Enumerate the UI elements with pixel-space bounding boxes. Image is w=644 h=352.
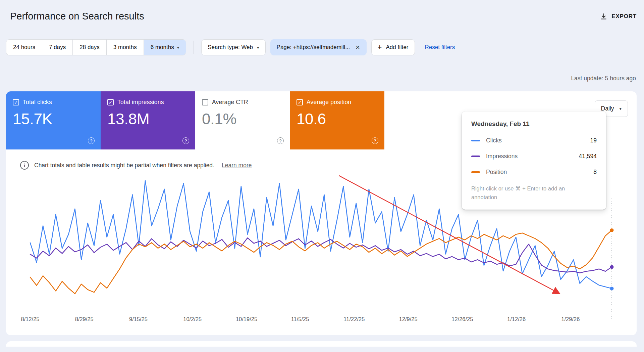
info-icon: i [20,161,29,170]
metric-value: 15.7K [13,110,94,128]
position-series-icon [471,171,480,173]
notice-text: Chart totals and table results might be … [34,162,214,169]
chevron-down-icon: ▾ [619,106,622,111]
metric-label: Total impressions [117,99,164,106]
tooltip-row-position: Position 8 [471,169,597,176]
plus-icon: + [378,44,382,51]
x-axis-label: 10/2/25 [183,316,202,322]
x-axis-labels: 8/12/258/29/259/15/2510/2/2510/19/2511/5… [30,316,612,324]
metric-value: 13.8M [107,110,189,128]
checkbox-unchecked-icon[interactable]: ✓ [202,99,208,105]
metric-tile-total-clicks[interactable]: ✓ Total clicks 15.7K ? [6,91,101,149]
range-7-days[interactable]: 7 days [42,40,72,55]
range-3-months[interactable]: 3 months [106,40,144,55]
x-axis-label: 12/9/25 [399,316,418,322]
page-title: Performance on Search results [10,11,144,22]
check-icon: ✓ [14,100,18,105]
metric-value: 0.1% [202,110,283,128]
metric-tile-total-impressions[interactable]: ✓ Total impressions 13.8M ? [101,91,195,149]
tooltip-row-clicks: Clicks 19 [471,137,597,144]
tile-head: ✓ Average CTR [202,99,283,106]
checkbox-checked-icon[interactable]: ✓ [297,99,303,105]
x-axis-label: 1/12/26 [507,316,526,322]
clicks-series-icon [471,140,480,141]
page-filter-chip[interactable]: Page: +https://selfmademill... ✕ [270,39,367,55]
page-filter-label: Page: +https://selfmademill... [277,44,350,51]
help-icon[interactable]: ? [372,137,378,144]
checkbox-checked-icon[interactable]: ✓ [13,99,19,105]
check-icon: ✓ [298,100,302,105]
export-label: EXPORT [611,13,637,20]
x-axis-label: 12/26/25 [451,316,473,322]
tile-head: ✓ Total clicks [13,99,94,106]
x-axis-label: 11/5/25 [291,316,309,322]
tile-head: ✓ Total impressions [107,99,189,106]
last-update: Last update: 5 hours ago [6,75,637,82]
chevron-down-icon: ▾ [177,45,179,50]
tile-head: ✓ Average position [297,99,378,106]
tooltip-hint: Right-click or use ⌘ + Enter to add an a… [471,184,582,202]
tooltip-row-impressions: Impressions 41,594 [471,153,597,160]
range-6-months-selected[interactable]: 6 months ▾ [144,40,186,55]
range-28-days[interactable]: 28 days [72,40,106,55]
add-filter-button[interactable]: + Add filter [371,39,415,55]
impressions-series-icon [471,156,480,157]
remove-page-filter-icon[interactable]: ✕ [354,43,361,52]
tooltip-label: Position [486,169,507,176]
date-range-selector: 24 hours 7 days 28 days 3 months 6 month… [6,39,186,55]
tooltip-value: 8 [593,169,597,176]
search-type-label: Search type: Web [208,44,253,51]
tooltip-date: Wednesday, Feb 11 [471,120,597,128]
x-axis-label: 8/12/25 [21,316,39,322]
export-button[interactable]: EXPORT [600,13,637,20]
granularity-label: Daily [601,105,614,112]
x-axis-label: 11/22/25 [343,316,365,322]
add-filter-label: Add filter [386,44,408,51]
filter-bar: 24 hours 7 days 28 days 3 months 6 month… [6,39,637,55]
metric-value: 10.6 [297,110,378,128]
check-icon: ✓ [109,100,113,105]
help-icon[interactable]: ? [182,137,189,144]
range-24-hours[interactable]: 24 hours [6,40,42,55]
chevron-down-icon: ▾ [257,45,259,50]
tooltip-label: Clicks [486,137,502,144]
search-type-filter[interactable]: Search type: Web ▾ [201,39,265,55]
download-icon [600,13,607,20]
top-bar: Performance on Search results EXPORT [6,11,637,22]
next-card-edge [6,341,637,347]
metric-tile-average-ctr[interactable]: ✓ Average CTR 0.1% ? [195,91,290,149]
metric-label: Total clicks [23,99,52,106]
help-icon[interactable]: ? [277,137,284,144]
reset-filters-link[interactable]: Reset filters [425,44,455,51]
x-axis-label: 1/29/26 [561,316,580,322]
x-axis-label: 8/29/25 [75,316,94,322]
report-card: ✓ Total clicks 15.7K ? ✓ Total impressio… [6,91,637,335]
tooltip-value: 19 [590,137,597,144]
checkbox-checked-icon[interactable]: ✓ [107,99,114,105]
learn-more-link[interactable]: Learn more [222,162,252,169]
metric-label: Average position [307,99,351,106]
help-icon[interactable]: ? [88,137,95,144]
x-axis-label: 10/19/25 [236,316,257,322]
filter-divider [194,41,194,54]
chart-tooltip: Wednesday, Feb 11 Clicks 19 Impressions … [462,112,606,210]
tooltip-label: Impressions [486,153,518,160]
x-axis-label: 9/15/25 [129,316,148,322]
metric-tile-average-position[interactable]: ✓ Average position 10.6 ? [290,91,384,149]
tooltip-value: 41,594 [579,153,597,160]
metric-label: Average CTR [212,99,248,106]
range-6-months-label: 6 months [151,44,174,51]
search-console-performance-page: Performance on Search results EXPORT 24 … [0,0,644,352]
